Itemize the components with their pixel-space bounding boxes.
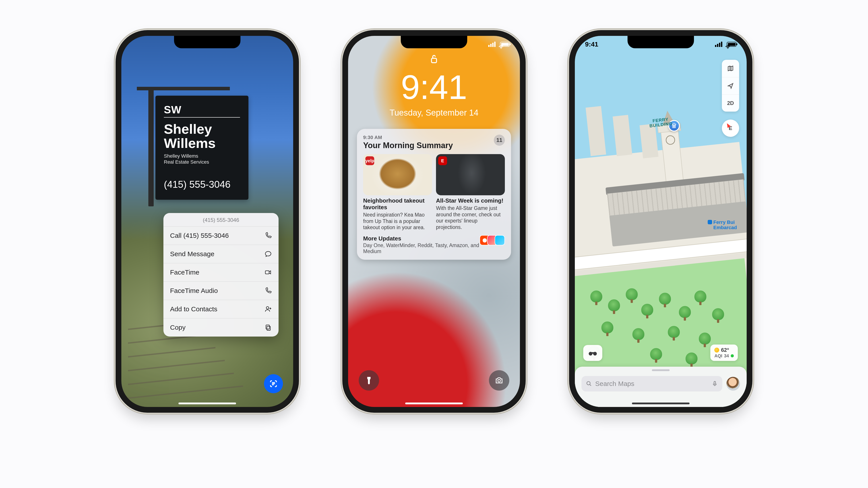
home-indicator[interactable]: [405, 402, 463, 404]
camera-icon: [495, 376, 503, 385]
home-indicator[interactable]: [632, 402, 689, 404]
map-style-button[interactable]: [722, 60, 739, 77]
message-label: Send Message: [170, 250, 214, 258]
message-icon: [265, 250, 272, 258]
summary-more-app-icons: [482, 235, 505, 245]
summary-title: Your Morning Summary: [363, 141, 453, 150]
svg-point-5: [498, 379, 500, 382]
call-label: Call (415) 555-3046: [170, 232, 229, 239]
lockscreen-time: 9:41: [348, 68, 520, 107]
lockscreen-date: Tuesday, September 14: [348, 108, 520, 118]
add-to-contacts-button[interactable]: Add to Contacts: [163, 300, 279, 318]
svg-rect-2: [267, 326, 270, 330]
status-right: [715, 42, 737, 47]
toggle-2d-button[interactable]: 2D: [722, 94, 739, 112]
svg-point-1: [267, 307, 269, 309]
summary-more-updates[interactable]: More Updates Day One, WaterMinder, Reddi…: [363, 235, 505, 254]
video-icon: [265, 269, 272, 276]
summary-item-yelp[interactable]: yelp Neighborhood takeout favorites Need…: [363, 154, 432, 231]
mic-icon[interactable]: [712, 380, 718, 387]
aqi-label: AQI: [714, 354, 722, 358]
sign-name: Shelley Willems: [164, 122, 240, 150]
yelp-app-icon: yelp: [365, 156, 374, 165]
add-contact-icon: [265, 305, 272, 313]
phone-livetext: SW Shelley Willems Shelley Willems Real …: [117, 31, 298, 412]
battery-icon: [727, 42, 737, 47]
aqi-dot-icon: [731, 354, 734, 357]
account-avatar[interactable]: [726, 377, 740, 391]
map-pier: [613, 115, 632, 156]
camera-viewfinder: SW Shelley Willems Shelley Willems Real …: [121, 36, 293, 407]
notch: [174, 36, 241, 48]
summary-thumb-food: yelp: [363, 154, 432, 195]
summary-item-headline: All-Star Week is coming!: [436, 197, 505, 204]
transit-station-label[interactable]: Ferry Bui Embarcad: [708, 220, 737, 230]
maps-screen[interactable]: 9:41 FERRYBUILDING: [575, 36, 747, 407]
locate-me-button[interactable]: [722, 77, 739, 94]
aqi-value: 34: [724, 354, 729, 358]
live-text-icon: [269, 379, 278, 388]
sign-post: [148, 87, 154, 206]
phone-icon: [265, 232, 272, 239]
compass-button[interactable]: E: [722, 120, 739, 137]
notch: [401, 36, 467, 48]
location-arrow-icon: [727, 82, 734, 89]
copy-button[interactable]: Copy: [163, 318, 279, 337]
summary-item-espn[interactable]: E All-Star Week is coming! With the All-…: [436, 154, 505, 231]
flashlight-icon: [365, 376, 373, 385]
cellular-icon: [715, 42, 722, 47]
maps-search-sheet[interactable]: Search Maps: [575, 367, 747, 407]
home-indicator[interactable]: [179, 402, 236, 404]
binoculars-icon: [588, 349, 597, 356]
svg-rect-0: [265, 271, 269, 274]
weather-temp: 62°: [721, 347, 729, 353]
svg-rect-3: [266, 325, 270, 329]
facetime-button[interactable]: FaceTime: [163, 263, 279, 281]
look-around-button[interactable]: [583, 345, 602, 361]
phone-number-context-menu: (415) 555-3046 Call (415) 555-3046 Send …: [163, 213, 279, 337]
map-controls: 2D: [722, 60, 739, 112]
sheet-grabber[interactable]: [652, 369, 670, 371]
real-estate-sign: SW Shelley Willems Shelley Willems Real …: [155, 96, 248, 200]
summary-timestamp: 9:30 AM: [363, 134, 453, 141]
summary-item-body: With the All-Star Game just around the c…: [436, 205, 505, 231]
flashlight-button[interactable]: [359, 370, 379, 391]
search-icon: [586, 380, 592, 387]
sun-icon: [714, 347, 719, 353]
send-message-button[interactable]: Send Message: [163, 245, 279, 263]
maps-search-field[interactable]: Search Maps: [582, 376, 722, 392]
sign-divider: [164, 117, 240, 118]
lock-open-icon: [430, 54, 438, 64]
svg-rect-4: [432, 58, 437, 63]
map-pier: [586, 106, 606, 156]
notification-summary-card[interactable]: 9:30 AM Your Morning Summary 11 yelp Nei…: [357, 129, 511, 260]
summary-item-body: Need inspiration? Kea Mao from Up Thai i…: [363, 212, 432, 231]
summary-more-body: Day One, WaterMinder, Reddit, Tasty, Ama…: [363, 242, 482, 254]
summary-more-title: More Updates: [363, 235, 482, 242]
add-contacts-label: Add to Contacts: [170, 305, 217, 313]
call-button[interactable]: Call (415) 555-3046: [163, 226, 279, 245]
map-pier: [640, 124, 658, 158]
map-icon: [727, 65, 734, 72]
sign-phone-number: (415) 555-3046: [164, 179, 240, 190]
facetime-audio-button[interactable]: FaceTime Audio: [163, 281, 279, 300]
espn-app-icon: E: [438, 156, 447, 165]
status-right: [488, 42, 510, 47]
svg-rect-8: [592, 352, 594, 354]
phone-maps: 9:41 FERRYBUILDING: [570, 31, 751, 412]
camera-button[interactable]: [489, 370, 509, 391]
waterminder-app-icon: [495, 235, 505, 245]
svg-rect-10: [714, 382, 716, 385]
summary-item-headline: Neighborhood takeout favorites: [363, 197, 432, 211]
facetime-audio-label: FaceTime Audio: [170, 287, 218, 295]
weather-aqi-badge[interactable]: 62° AQI 34: [710, 344, 738, 361]
sign-subtitle: Shelley Willems Real Estate Services: [164, 153, 240, 165]
summary-thumb-sport: E: [436, 154, 505, 195]
phone-icon: [265, 287, 272, 295]
context-menu-number: (415) 555-3046: [163, 213, 279, 226]
ferry-building-3d: [604, 153, 747, 247]
live-text-button[interactable]: [264, 374, 283, 393]
summary-count-badge[interactable]: 11: [494, 134, 505, 146]
status-time: 9:41: [585, 40, 598, 48]
notch: [627, 36, 694, 48]
